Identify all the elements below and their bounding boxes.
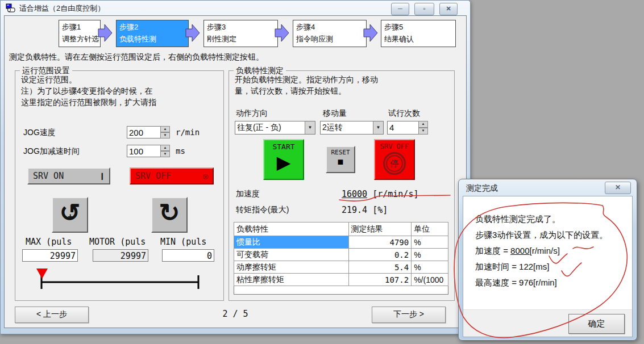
jog-accel-input[interactable]: 100: [127, 145, 161, 157]
jog-accel-stepper[interactable]: ▲ ▼: [160, 145, 170, 157]
slider-position-marker[interactable]: [36, 269, 48, 279]
table-row[interactable]: 动摩擦转矩 5.4 %: [234, 261, 448, 274]
load-characteristics-table: 负载特性 测定结果 单位 惯量比 4790 % 可变载荷 0.2 % 动摩擦转矩…: [234, 222, 448, 295]
measurement-complete-dialog: 测定完成 ✕ 负载特性测定完成了。 步骤3动作设置，成为以下的设置。 加速度 =…: [458, 179, 637, 341]
step-2-box[interactable]: 步骤2 负载特性测: [116, 20, 189, 47]
app-icon: [6, 3, 16, 13]
step-4-box[interactable]: 步骤4 指令响应测: [293, 20, 367, 47]
close-button[interactable]: ✕: [439, 3, 458, 15]
jog-speed-input[interactable]: 200: [127, 126, 161, 139]
step-2-number: 步骤2: [119, 21, 185, 33]
measure-desc-line1: 开始负载特性测定。指定动作方向，移动: [235, 74, 378, 85]
jog-ccw-button[interactable]: ↺ +: [52, 197, 88, 233]
dialog-body: 负载特性测定完成了。 步骤3动作设置，成为以下的设置。 加速度 = 8000[r…: [463, 196, 633, 337]
srv-off-label: SRV OFF: [135, 169, 171, 183]
srv-off-stop-button[interactable]: SRV OFF 停: [374, 139, 415, 180]
row-label[interactable]: 动摩擦转矩: [234, 261, 349, 274]
table-empty-row: [234, 286, 448, 295]
trials-input[interactable]: 4: [387, 121, 419, 135]
dialog-line-accel-time: 加速时间 = 122[ms]: [475, 259, 608, 275]
dialog-close-button[interactable]: ✕: [605, 182, 631, 194]
col-header: 负载特性: [234, 223, 349, 236]
step-arrow-icon: [97, 23, 113, 43]
jog-accel-label: JOG加减速时间: [23, 146, 80, 157]
row-unit: %/(1000: [412, 274, 448, 286]
row-label[interactable]: 粘性摩擦转矩: [234, 274, 349, 286]
step-1-label: 调整方针选: [62, 33, 97, 45]
srv-on-label: SRV ON: [33, 169, 64, 183]
spin-up-icon[interactable]: ▲: [160, 126, 170, 132]
row-value: 107.2: [348, 274, 412, 286]
torque-value: 219.4 [%]: [342, 205, 388, 215]
stop-square-icon: ■: [327, 156, 354, 167]
trials-stepper[interactable]: ▲ ▼: [418, 121, 428, 135]
min-puls-input[interactable]: 0: [162, 249, 214, 262]
motor-puls-value: 29997: [93, 249, 148, 262]
step-3-number: 步骤3: [207, 21, 275, 33]
movement-value: 2运转: [322, 123, 372, 133]
row-label[interactable]: 惯量比: [234, 236, 349, 249]
range-desc-line2: 注）为了以步骤4变更指令的时候，在: [21, 85, 156, 97]
spin-down-icon[interactable]: ▼: [160, 151, 170, 157]
load-measurement-group: 负载特性测定 开始负载特性测定。指定动作方向，移动 量，试行次数，请按开始按钮。…: [228, 70, 455, 301]
chevron-down-icon[interactable]: ▼: [305, 121, 315, 134]
step-arrow-icon: [274, 23, 290, 43]
step-5-box[interactable]: 步骤5 结果确认: [381, 20, 456, 47]
row-value: 4790: [348, 236, 412, 249]
range-desc-line3: 这里指定的运行范围被限制，扩大请指: [21, 97, 156, 108]
range-desc-line1: 设定运行范围。: [21, 74, 156, 85]
torque-label: 转矩指令(最大): [236, 205, 289, 215]
step-4-label: 指令响应测: [296, 33, 363, 45]
accel-value: 16000 [r/min/s]: [342, 189, 418, 199]
range-slider[interactable]: [32, 265, 209, 291]
start-button[interactable]: START ▶: [263, 139, 304, 180]
instruction-text: 测定负载特性。请在左侧按运行范围设定后，右侧的负载特性测定按钮。: [9, 52, 264, 62]
direction-value: 往复(正 - 负): [237, 123, 304, 133]
step-1-number: 步骤1: [62, 21, 97, 33]
row-unit: %: [412, 249, 448, 261]
step-arrow-icon: [363, 23, 379, 43]
direction-select[interactable]: 往复(正 - 负) ▼: [235, 121, 315, 135]
min-puls-label: MIN (puls: [160, 237, 206, 247]
reset-button[interactable]: RESET ■: [326, 146, 355, 173]
gain-tuning-window: 适合增益（2自由度控制） ─ ▫ ✕ 步骤1 调整方针选 步骤2 负载特性测 步…: [0, 0, 471, 334]
minimize-button[interactable]: ─: [391, 3, 409, 15]
stop-ring-icon: 停: [383, 152, 406, 175]
start-label: START: [264, 142, 303, 151]
max-puls-label: MAX (puls: [26, 237, 72, 247]
title-bar[interactable]: 适合增益（2自由度控制） ─ ▫ ✕: [1, 1, 470, 15]
step-1-box[interactable]: 步骤1 调整方针选: [59, 20, 101, 47]
srv-on-button[interactable]: SRV ON ❙: [27, 167, 110, 184]
direction-label: 动作方向: [236, 108, 268, 119]
spin-up-icon[interactable]: ▲: [160, 145, 170, 151]
spin-up-icon[interactable]: ▲: [418, 121, 428, 128]
accel-label: 加速度: [236, 189, 260, 199]
col-header: 测定结果: [348, 223, 412, 236]
table-row[interactable]: 可变载荷 0.2 %: [234, 249, 448, 261]
range-settings-group: 运行范围设置 设定运行范围。 注）为了以步骤4变更指令的时候，在 这里指定的运行…: [15, 70, 224, 301]
power-off-icon: ◎: [203, 169, 208, 183]
row-value: 5.4: [348, 261, 412, 274]
row-label[interactable]: 可变载荷: [234, 249, 349, 261]
row-unit: %: [412, 261, 448, 274]
table-row[interactable]: 粘性摩擦转矩 107.2 %/(1000: [234, 274, 448, 286]
jog-accel-unit: ms: [176, 146, 185, 156]
client-area: 步骤1 调整方针选 步骤2 负载特性测 步骤3 刚性测定 步骤4 指令响应测 步…: [4, 15, 467, 328]
play-icon: ▶: [264, 151, 303, 174]
step-3-box[interactable]: 步骤3 刚性测定: [203, 20, 278, 47]
maximize-button[interactable]: ▫: [414, 3, 434, 15]
movement-select[interactable]: 2运转 ▼: [320, 121, 384, 135]
spin-down-icon[interactable]: ▼: [418, 128, 428, 135]
jog-cw-button[interactable]: ↻ -: [151, 197, 188, 233]
table-row[interactable]: 惯量比 4790 %: [234, 236, 448, 249]
stop-srv-off-label: SRV OFF: [375, 142, 414, 150]
srv-off-button[interactable]: SRV OFF ◎: [130, 167, 214, 184]
spin-down-icon[interactable]: ▼: [160, 132, 170, 139]
step-2-label: 负载特性测: [119, 33, 185, 45]
next-step-button[interactable]: 下一步 >: [372, 307, 446, 323]
jog-speed-stepper[interactable]: ▲ ▼: [160, 126, 170, 139]
ok-button[interactable]: 确定: [568, 314, 625, 334]
chevron-down-icon[interactable]: ▼: [373, 121, 383, 134]
step-4-number: 步骤4: [296, 21, 363, 33]
max-puls-input[interactable]: 29997: [22, 249, 78, 262]
